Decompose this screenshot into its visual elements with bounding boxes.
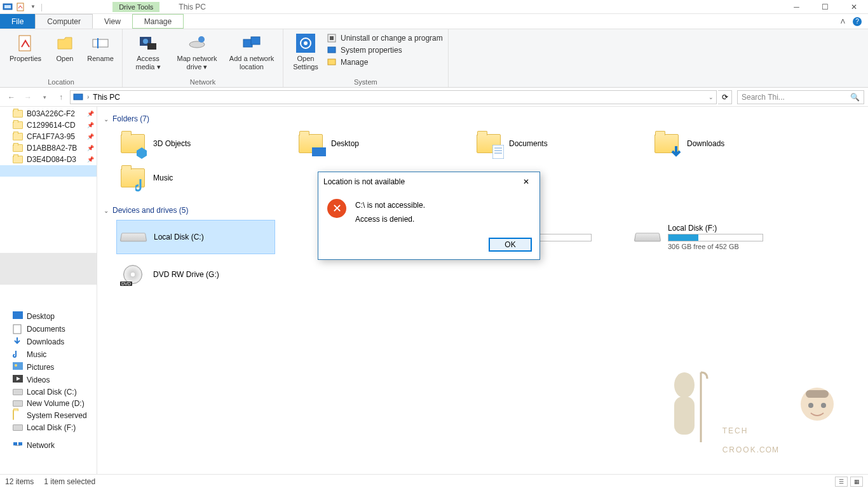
add-network-location-button[interactable]: Add a network location <box>226 32 278 72</box>
pin-icon: 📌 <box>87 133 94 140</box>
svg-rect-28 <box>18 442 22 445</box>
drive-icon <box>13 424 23 431</box>
folder-tile[interactable]: 3D Objects <box>116 128 281 159</box>
svg-rect-31 <box>312 147 326 156</box>
qat-dropdown-icon[interactable]: ▼ <box>28 2 38 12</box>
tree-item[interactable]: Desktop <box>0 310 97 323</box>
svg-rect-23 <box>13 362 23 370</box>
minimize-button[interactable]: ─ <box>782 0 811 14</box>
svg-point-24 <box>15 364 17 367</box>
breadcrumb[interactable]: › This PC ⌄ <box>70 90 717 104</box>
tree-pinned-item[interactable]: D1ABB8A2-7B📌 <box>0 142 97 154</box>
svg-point-42 <box>821 403 826 408</box>
desktop-icon <box>13 311 23 322</box>
breadcrumb-location[interactable]: This PC <box>93 93 120 102</box>
search-icon: 🔍 <box>850 93 860 102</box>
error-dialog: Location is not available ✕ ✕ C:\ is not… <box>318 172 540 260</box>
window-title: This PC <box>179 3 206 11</box>
navigation-tree[interactable]: B03A226C-F2📌C1299614-CD📌CFA1F7A3-95📌D1AB… <box>0 107 97 474</box>
uninstall-program-button[interactable]: Uninstall or change a program <box>327 33 443 43</box>
properties-button[interactable]: Properties <box>5 32 46 64</box>
tree-network[interactable]: Network <box>0 440 97 451</box>
app-icon <box>3 2 13 12</box>
file-tab[interactable]: File <box>0 14 35 29</box>
svg-marker-30 <box>137 147 147 159</box>
access-media-button[interactable]: Access media ▾ <box>128 32 168 72</box>
recent-locations-button[interactable]: ▾ <box>37 90 52 105</box>
tree-item[interactable]: Documents <box>0 323 97 336</box>
dvd-drive-tile[interactable]: DVD RW Drive (G:) <box>116 261 275 288</box>
tree-item[interactable]: System Reserved <box>0 409 97 422</box>
manage-tab[interactable]: Manage <box>132 14 184 29</box>
downloads-icon <box>13 337 23 347</box>
drive-icon <box>13 400 23 407</box>
refresh-button[interactable]: ⟳ <box>718 90 732 104</box>
tree-item[interactable]: Downloads <box>0 336 97 348</box>
tree-pinned-item[interactable]: B03A226C-F2📌 <box>0 108 97 119</box>
map-drive-icon <box>187 33 207 53</box>
dialog-ok-button[interactable]: OK <box>489 238 532 252</box>
help-icon[interactable]: ? <box>853 17 862 26</box>
drive-tile[interactable]: Local Disk (C:) <box>116 220 275 254</box>
tiles-view-button[interactable]: ▦ <box>850 477 863 487</box>
search-input[interactable]: Search Thi... 🔍 <box>737 90 864 104</box>
drive-tile[interactable]: Local Disk (F:)306 GB free of 452 GB <box>631 220 790 254</box>
close-button[interactable]: ✕ <box>839 0 868 14</box>
maximize-button[interactable]: ☐ <box>811 0 839 14</box>
up-button[interactable]: ↑ <box>53 90 69 105</box>
dialog-close-button[interactable]: ✕ <box>518 175 534 188</box>
tree-item[interactable]: New Volume (D:) <box>0 398 97 409</box>
chevron-down-icon: ⌄ <box>104 116 109 123</box>
computer-tab[interactable]: Computer <box>35 14 93 29</box>
open-settings-button[interactable]: Open Settings <box>288 32 323 72</box>
tree-item[interactable]: Local Disk (C:) <box>0 386 97 398</box>
folder-tile[interactable]: Music <box>116 163 281 193</box>
tree-pinned-item[interactable]: C1299614-CD📌 <box>0 119 97 131</box>
system-properties-button[interactable]: System properties <box>327 45 443 55</box>
status-item-count: 12 items <box>5 477 34 486</box>
svg-rect-27 <box>13 442 17 445</box>
network-icon <box>13 442 23 449</box>
open-button[interactable]: Open <box>50 32 80 64</box>
forward-button[interactable]: → <box>20 90 36 105</box>
details-view-button[interactable]: ☰ <box>835 477 848 487</box>
rename-button[interactable]: Rename <box>84 32 117 64</box>
pin-icon: 📌 <box>87 111 94 117</box>
chevron-right-icon[interactable]: › <box>87 93 89 100</box>
documents-icon <box>13 324 23 334</box>
tree-item[interactable]: Music <box>0 348 97 361</box>
dialog-title: Location is not available <box>323 177 405 186</box>
manage-button[interactable]: Manage <box>327 57 443 67</box>
svg-rect-18 <box>328 47 336 53</box>
qat-properties-icon[interactable] <box>15 2 25 12</box>
tree-item[interactable]: Pictures <box>0 361 97 374</box>
back-button[interactable]: ← <box>4 90 19 105</box>
folder-tile[interactable]: Desktop <box>294 128 459 159</box>
svg-rect-4 <box>93 39 108 47</box>
svg-rect-22 <box>13 325 21 334</box>
breadcrumb-dropdown-icon[interactable]: ⌄ <box>709 94 714 100</box>
tree-pinned-item[interactable]: CFA1F7A3-95📌 <box>0 131 97 142</box>
svg-rect-8 <box>147 43 156 50</box>
svg-point-15 <box>304 41 308 45</box>
view-tab[interactable]: View <box>93 14 132 29</box>
tree-item[interactable]: Local Disk (F:) <box>0 422 97 433</box>
folder-icon <box>120 165 146 191</box>
tree-pinned-item[interactable]: D3E4D084-D3📌 <box>0 154 97 165</box>
tree-item[interactable]: Videos <box>0 374 97 386</box>
svg-rect-37 <box>674 396 695 435</box>
svg-rect-1 <box>4 5 11 8</box>
folder-tile[interactable]: Downloads <box>650 128 815 159</box>
tree-selected-blank[interactable] <box>0 165 97 177</box>
ribbon-collapse-icon[interactable]: ᐱ <box>841 18 845 25</box>
map-network-drive-button[interactable]: Map network drive ▾ <box>172 32 222 72</box>
content-area[interactable]: ⌄ Folders (7) 3D ObjectsDesktopDocuments… <box>97 107 868 474</box>
folders-group-header[interactable]: ⌄ Folders (7) <box>104 112 862 128</box>
pictures-icon <box>13 362 23 372</box>
drive-icon <box>120 233 147 242</box>
folder-icon <box>13 156 23 163</box>
folder-tile[interactable]: Documents <box>472 128 637 159</box>
system reserved-icon <box>13 410 23 421</box>
dialog-message-line2: Access is denied. <box>355 213 425 227</box>
context-tab-drive-tools[interactable]: Drive Tools <box>112 2 159 12</box>
